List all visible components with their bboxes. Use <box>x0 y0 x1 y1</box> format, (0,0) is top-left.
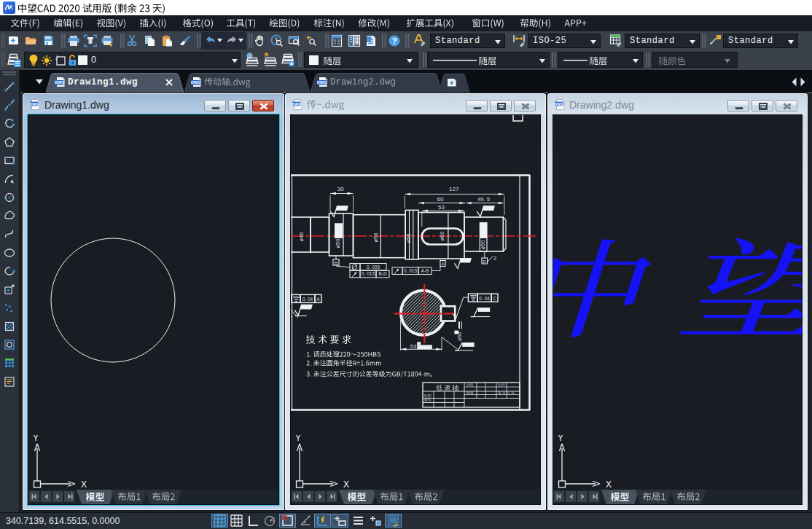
svg-text:D: D <box>483 259 487 264</box>
svg-text:ø56: ø56 <box>372 233 379 243</box>
svg-text:53: 53 <box>438 204 445 211</box>
svg-text:ø46: ø46 <box>298 232 305 242</box>
svg-text:X: X <box>81 479 87 490</box>
svg-text:DWG: DWG <box>292 102 301 106</box>
svg-text:0. 04: 0. 04 <box>479 296 490 301</box>
svg-text:A-B: A-B <box>421 268 429 273</box>
svg-text:Y: Y <box>33 435 39 443</box>
svg-text:DWG: DWG <box>55 80 64 85</box>
svg-text:B-D: B-D <box>378 271 387 276</box>
svg-text:C: C <box>493 296 496 301</box>
svg-text:127: 127 <box>449 186 459 192</box>
svg-text:DWG: DWG <box>317 80 327 85</box>
svg-text:30: 30 <box>337 186 344 192</box>
svg-text:0. 04: 0. 04 <box>302 297 313 302</box>
svg-text:53: 53 <box>410 343 417 350</box>
svg-text:ø60: ø60 <box>439 232 445 241</box>
svg-text:ø50: ø50 <box>480 240 486 250</box>
svg-text:ø50: ø50 <box>335 239 341 248</box>
svg-text:DWG: DWG <box>555 102 563 106</box>
svg-text:B: B <box>335 261 337 265</box>
svg-text:DWG: DWG <box>30 102 39 106</box>
svg-text:49. 5: 49. 5 <box>477 196 490 203</box>
svg-text:0. 005: 0. 005 <box>367 264 380 270</box>
svg-text:ø56: ø56 <box>405 234 412 243</box>
svg-text:A: A <box>441 262 444 266</box>
svg-text:0. 015: 0. 015 <box>362 271 375 276</box>
svg-text:?: ? <box>392 36 397 45</box>
svg-text:0. 015: 0. 015 <box>404 268 417 273</box>
svg-text:DWG: DWG <box>191 80 200 85</box>
svg-text:60: 60 <box>437 196 444 203</box>
svg-text:2: 2 <box>493 255 496 262</box>
svg-text:A: A <box>316 297 320 302</box>
